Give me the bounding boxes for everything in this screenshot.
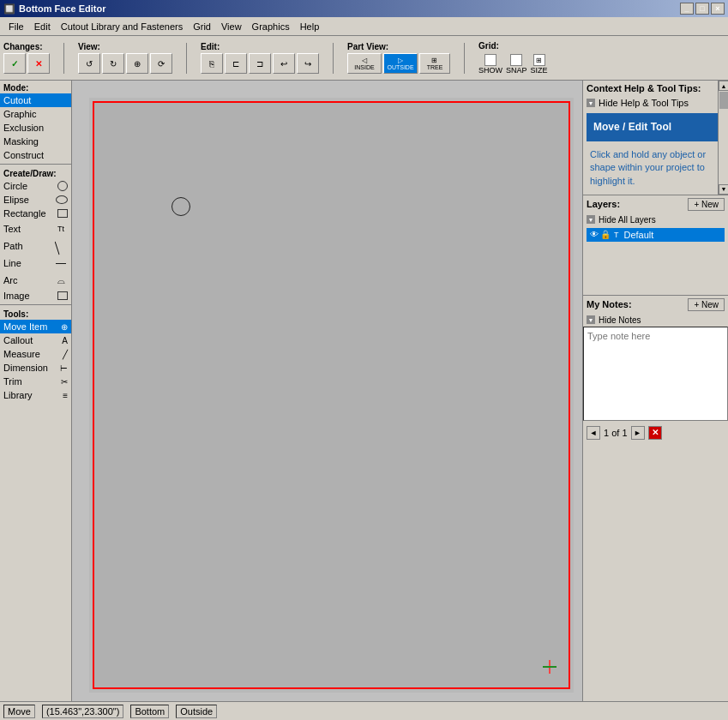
mode-construct[interactable]: Construct [0, 148, 71, 162]
minimize-button[interactable]: _ [680, 3, 694, 15]
title-bar-text: Bottom Face Editor [19, 3, 105, 14]
hide-all-layers-label: Hide All Layers [599, 215, 656, 225]
divider-1 [0, 164, 71, 165]
inside-button[interactable]: ◁ INSIDE [347, 53, 382, 74]
help-body-text: Click and hold any object or shape withi… [583, 145, 728, 195]
size-check-item: ⊞ SIZE [531, 54, 548, 75]
maximize-button[interactable]: □ [695, 3, 709, 15]
tools-header: Tools: [0, 307, 71, 320]
next-page-button[interactable]: ► [631, 426, 645, 440]
tree-button[interactable]: ⊞ TREE [419, 53, 450, 74]
rotate-ccw-button[interactable]: ↺ [78, 53, 100, 74]
edit-group: Edit: ⎘ ⊏ ⊐ ↩ ↪ [201, 42, 319, 74]
tool-move-item[interactable]: Move Item ⊕ [0, 320, 71, 333]
tool-measure[interactable]: Measure ╱ [0, 347, 71, 361]
tool-dimension[interactable]: Dimension ⊢ [0, 361, 71, 375]
part-view-buttons: ◁ INSIDE ▷ OUTSIDE ⊞ TREE [347, 53, 450, 74]
menu-grid[interactable]: Grid [188, 20, 216, 33]
view-buttons: ↺ ↻ ⊕ ⟳ [78, 53, 172, 74]
context-help-title: Context Help & Tool Tips: [587, 83, 701, 93]
notes-collapse-icon: ▼ [587, 315, 595, 324]
redo-button[interactable]: ↪ [297, 53, 319, 74]
notes-pagination: ◄ 1 of 1 ► ✕ [583, 423, 728, 443]
hide-all-layers-row[interactable]: ▼ Hide All Layers [583, 213, 728, 226]
library-icon: ≡ [63, 391, 68, 400]
mode-exclusion[interactable]: Exclusion [0, 121, 71, 135]
menu-edit[interactable]: Edit [29, 20, 56, 33]
scroll-thumb [719, 92, 728, 109]
hide-notes-label: Hide Notes [599, 315, 641, 325]
mode-masking[interactable]: Masking [0, 135, 71, 148]
edit-btn2[interactable]: ⊏ [225, 53, 247, 74]
tool-callout[interactable]: Callout A [0, 333, 71, 347]
canvas-area[interactable] [72, 81, 582, 701]
size-checkbox[interactable]: ⊞ [533, 54, 545, 66]
draw-elipse[interactable]: Elipse [0, 193, 71, 207]
help-content-box: Move / Edit Tool [587, 113, 725, 141]
separator-3 [333, 43, 334, 74]
tool-trim[interactable]: Trim ✂ [0, 375, 71, 388]
grid-checkboxes: SHOW SNAP ⊞ SIZE [478, 54, 548, 75]
help-collapse-icon: ▼ [587, 99, 595, 107]
draw-image[interactable]: Image [0, 289, 71, 303]
mode-cutout[interactable]: Cutout [0, 93, 71, 107]
new-note-button[interactable]: + New [688, 298, 725, 311]
left-panel: Mode: Cutout Graphic Exclusion Masking C… [0, 81, 72, 701]
outside-button[interactable]: ▷ OUTSIDE [383, 53, 418, 74]
layers-header: Layers: + New [583, 195, 728, 213]
hide-help-label: Hide Help & Tool Tips [599, 98, 689, 108]
path-icon: ╱ [51, 237, 71, 256]
new-layer-button[interactable]: + New [688, 198, 725, 211]
arc-icon: ⌓ [54, 273, 68, 287]
scroll-up-arrow[interactable]: ▲ [719, 81, 728, 91]
menu-graphics[interactable]: Graphics [247, 20, 295, 33]
draw-line[interactable]: Line — [0, 255, 71, 272]
app-icon: 🔲 [3, 3, 15, 15]
rotate-cw-button[interactable]: ↻ [102, 53, 124, 74]
prev-page-button[interactable]: ◄ [587, 426, 600, 440]
close-button[interactable]: × [711, 3, 725, 15]
edit-label: Edit: [201, 42, 319, 51]
draw-rectangle[interactable]: Rectangle [0, 207, 71, 220]
menu-help[interactable]: Help [295, 20, 325, 33]
title-bar: 🔲 Bottom Face Editor _ □ × [0, 0, 728, 17]
refresh-button[interactable]: ⟳ [150, 53, 172, 74]
layer-default[interactable]: 👁 🔒 T Default [587, 228, 725, 242]
rectangle-icon [57, 209, 68, 218]
undo-button[interactable]: ↩ [273, 53, 295, 74]
view-group: View: ↺ ↻ ⊕ ⟳ [78, 42, 172, 74]
layers-section: Layers: + New ▼ Hide All Layers 👁 🔒 T De… [583, 195, 728, 296]
notes-textarea[interactable] [583, 327, 728, 421]
notes-header: My Notes: + New [583, 296, 728, 314]
scroll-down-arrow[interactable]: ▼ [719, 184, 728, 195]
help-title-row: Context Help & Tool Tips: ▲ ▼ [583, 81, 728, 96]
layers-title: Layers: [587, 199, 620, 209]
edit-btn3[interactable]: ⊐ [249, 53, 271, 74]
draw-path[interactable]: Path ╱ [0, 237, 71, 255]
content-area: Mode: Cutout Graphic Exclusion Masking C… [0, 81, 728, 701]
snap-checkbox[interactable] [510, 54, 522, 66]
accept-button[interactable]: ✓ [3, 53, 26, 74]
hide-help-header[interactable]: ▼ Hide Help & Tool Tips [583, 96, 728, 110]
delete-note-button[interactable]: ✕ [648, 426, 662, 440]
draw-text[interactable]: Text Tt [0, 220, 71, 237]
help-scrollbar[interactable]: ▲ ▼ [718, 81, 728, 195]
menu-cutout-library[interactable]: Cutout Library and Fasteners [56, 20, 188, 33]
measure-icon: ╱ [63, 350, 68, 359]
help-content-title: Move / Edit Tool [593, 120, 718, 135]
elipse-icon [56, 195, 68, 204]
menu-view[interactable]: View [216, 20, 247, 33]
cancel-button[interactable]: ✕ [27, 53, 50, 74]
draw-arc[interactable]: Arc ⌓ [0, 272, 71, 289]
grid-group: Grid: SHOW SNAP ⊞ SIZE [478, 41, 548, 75]
menu-file[interactable]: File [3, 20, 29, 33]
show-checkbox[interactable] [484, 54, 496, 66]
mode-graphic[interactable]: Graphic [0, 107, 71, 121]
create-draw-header: Create/Draw: [0, 166, 71, 179]
edit-btn1[interactable]: ⎘ [201, 53, 223, 74]
tool-library[interactable]: Library ≡ [0, 388, 71, 402]
draw-circle[interactable]: Circle [0, 179, 71, 193]
zoom-in-button[interactable]: ⊕ [126, 53, 148, 74]
hide-notes-row[interactable]: ▼ Hide Notes [583, 314, 728, 327]
status-coordinates: (15.463",23.300") [42, 705, 123, 718]
